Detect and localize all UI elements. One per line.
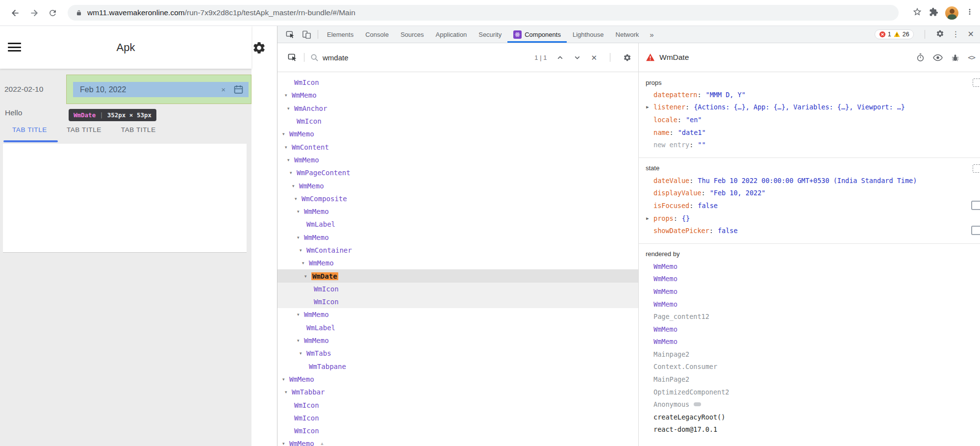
- tree-row-wmmemo[interactable]: ▾WmMemo: [277, 373, 638, 386]
- kv-value[interactable]: "en": [686, 116, 702, 124]
- tree-row-wmcontainer[interactable]: ▾WmContainer: [277, 244, 638, 257]
- devtools-tab-lighthouse[interactable]: Lighthouse: [567, 26, 610, 43]
- expander-icon[interactable]: ▾: [302, 261, 309, 265]
- kv-row-isFocused[interactable]: isFocused:false: [639, 199, 980, 212]
- boolean-checkbox[interactable]: [971, 226, 980, 235]
- expander-icon[interactable]: ▾: [297, 235, 304, 240]
- kv-value[interactable]: "date1": [678, 129, 706, 136]
- devtools-tab-application[interactable]: Application: [430, 26, 473, 43]
- scroll-to-match-icon[interactable]: ▲: [320, 441, 325, 446]
- kv-value[interactable]: "Feb 10, 2022": [710, 189, 766, 197]
- tree-row-wmmemo[interactable]: ▾WmMemo▲: [277, 437, 638, 446]
- expander-icon[interactable]: ▾: [300, 351, 306, 356]
- expander-icon[interactable]: ▾: [285, 390, 292, 394]
- copy-state-icon[interactable]: [973, 164, 980, 173]
- app-tab[interactable]: TAB TITLE: [121, 126, 156, 133]
- expand-icon[interactable]: ▶: [646, 216, 649, 221]
- tree-row-wmmemo[interactable]: ▾WmMemo: [277, 179, 638, 192]
- rendered-by-item[interactable]: react-dom@17.0.1: [639, 423, 980, 436]
- tree-row-wmmemo[interactable]: ▾WmMemo: [277, 89, 638, 102]
- tree-row-wmicon[interactable]: WmIcon: [277, 424, 638, 437]
- tree-row-wmcontent[interactable]: ▾WmContent: [277, 140, 638, 153]
- tree-row-wmmemo[interactable]: ▾WmMemo: [277, 231, 638, 244]
- kv-value[interactable]: false: [718, 227, 738, 235]
- devtools-tab-security[interactable]: Security: [473, 26, 507, 43]
- tree-row-wmtabs[interactable]: ▾WmTabs: [277, 347, 638, 360]
- expand-icon[interactable]: ▶: [646, 105, 649, 109]
- next-match-icon[interactable]: [574, 54, 581, 61]
- expander-icon[interactable]: ▾: [297, 338, 304, 343]
- reload-button[interactable]: [45, 5, 60, 20]
- kv-row-showDatePicker[interactable]: showDatePicker:false: [639, 224, 980, 237]
- rendered-by-item[interactable]: WmMemo: [639, 336, 980, 348]
- inspect-element-icon[interactable]: [282, 30, 299, 39]
- expander-icon[interactable]: ▾: [295, 196, 302, 201]
- previous-match-icon[interactable]: [556, 54, 564, 61]
- suspense-timer-icon[interactable]: [916, 53, 925, 62]
- calendar-icon[interactable]: [233, 84, 244, 95]
- expander-icon[interactable]: ▾: [297, 312, 304, 317]
- rendered-by-item[interactable]: Mainpage2: [639, 348, 980, 361]
- rendered-by-item[interactable]: MainPage2: [639, 373, 980, 386]
- copy-props-icon[interactable]: [973, 79, 980, 87]
- tree-row-wmmemo[interactable]: ▾WmMemo: [277, 154, 638, 166]
- rendered-by-item[interactable]: OptimizedComponent2: [639, 386, 980, 398]
- tree-row-wmicon[interactable]: WmIcon: [277, 283, 638, 295]
- expander-icon[interactable]: ▾: [292, 184, 299, 188]
- expander-icon[interactable]: ▾: [304, 274, 311, 279]
- bookmark-star-icon[interactable]: [912, 7, 922, 19]
- tree-row-wmicon[interactable]: WmIcon: [277, 398, 638, 411]
- tree-row-wmtabbar[interactable]: ▾WmTabbar: [277, 386, 638, 398]
- expander-icon[interactable]: ▾: [282, 377, 289, 382]
- rendered-by-item[interactable]: Page_content12: [639, 310, 980, 323]
- kv-value[interactable]: {Actions: {…}, App: {…}, Variables: {…},…: [694, 103, 905, 111]
- expander-icon[interactable]: ▾: [282, 441, 289, 446]
- back-button[interactable]: [8, 5, 23, 20]
- tree-row-wmicon[interactable]: WmIcon: [277, 76, 638, 89]
- tree-row-wmmemo[interactable]: ▾WmMemo: [277, 308, 638, 321]
- expander-icon[interactable]: ▾: [290, 170, 297, 175]
- forward-button[interactable]: [26, 5, 41, 20]
- tree-row-wmmemo[interactable]: ▾WmMemo: [277, 334, 638, 347]
- kv-row-displayValue[interactable]: displayValue:"Feb 10, 2022": [639, 187, 980, 200]
- expander-icon[interactable]: ▾: [285, 145, 292, 150]
- rendered-by-item[interactable]: WmMemo: [639, 298, 980, 311]
- kv-row-name[interactable]: name:"date1": [639, 126, 980, 139]
- expander-icon[interactable]: ▾: [282, 131, 289, 136]
- tree-row-wmpagecontent[interactable]: ▾WmPageContent: [277, 166, 638, 179]
- kv-row-listener[interactable]: ▶listener:{Actions: {…}, App: {…}, Varia…: [639, 101, 980, 114]
- kv-value[interactable]: Thu Feb 10 2022 00:00:00 GMT+0530 (India…: [698, 177, 917, 184]
- tree-row-wmdate[interactable]: ▾WmDate: [277, 269, 638, 282]
- rendered-by-item[interactable]: WmMemo: [639, 323, 980, 336]
- expander-icon[interactable]: ▾: [300, 248, 306, 253]
- tree-row-wmanchor[interactable]: ▾WmAnchor: [277, 102, 638, 115]
- devtools-tab-elements[interactable]: Elements: [321, 26, 359, 43]
- tree-row-wmmemo[interactable]: ▾WmMemo: [277, 128, 638, 140]
- devtools-tab-sources[interactable]: Sources: [395, 26, 430, 43]
- expander-icon[interactable]: ▾: [297, 209, 304, 214]
- app-tab[interactable]: TAB TITLE: [12, 126, 47, 133]
- kv-row-datepattern[interactable]: datepattern:"MMM D, Y": [639, 88, 980, 101]
- boolean-checkbox[interactable]: [971, 201, 980, 210]
- kv-row-new-entry[interactable]: new entry:"": [639, 138, 980, 151]
- device-toolbar-icon[interactable]: [299, 30, 315, 39]
- app-tab[interactable]: TAB TITLE: [67, 126, 101, 133]
- issues-badge[interactable]: 1 26: [875, 29, 914, 39]
- rendered-by-item[interactable]: createLegacyRoot(): [639, 411, 980, 423]
- clear-search-icon[interactable]: ✕: [591, 54, 597, 61]
- app-settings-gear-icon[interactable]: [252, 41, 266, 57]
- panel-settings-gear-icon[interactable]: [623, 53, 631, 62]
- tree-row-wmicon[interactable]: WmIcon: [277, 115, 638, 128]
- tree-row-wmicon[interactable]: WmIcon: [277, 412, 638, 424]
- more-tabs-chevron[interactable]: »: [645, 30, 658, 39]
- date-input[interactable]: Feb 10, 2022 ×: [73, 82, 249, 97]
- clear-date-icon[interactable]: ×: [221, 85, 226, 94]
- kv-value[interactable]: "": [698, 141, 705, 149]
- expander-icon[interactable]: ▾: [287, 106, 294, 111]
- devtools-tab-components[interactable]: Components: [507, 26, 567, 43]
- inspect-dom-eye-icon[interactable]: [933, 54, 943, 61]
- expander-icon[interactable]: ▾: [287, 157, 294, 162]
- kv-value[interactable]: {}: [682, 214, 690, 222]
- tree-row-wmmemo[interactable]: ▾WmMemo: [277, 257, 638, 269]
- component-search-input[interactable]: wmdate: [323, 53, 349, 62]
